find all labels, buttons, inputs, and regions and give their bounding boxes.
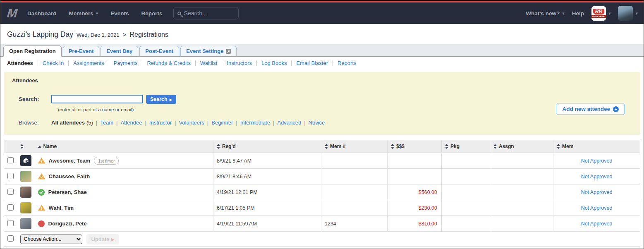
row-amount-cell bbox=[388, 153, 442, 169]
subnav-payments[interactable]: Payments bbox=[109, 60, 142, 66]
avatar[interactable] bbox=[20, 218, 31, 229]
row-checkbox[interactable] bbox=[7, 173, 14, 179]
denied-status-icon bbox=[38, 220, 45, 227]
header-money[interactable]: $$$ bbox=[388, 140, 442, 153]
subnav-log-books[interactable]: Log Books bbox=[256, 60, 291, 66]
global-search bbox=[173, 7, 239, 19]
add-new-attendee-button[interactable]: Add new attendee+ bbox=[556, 103, 625, 115]
subnav-reports[interactable]: Reports bbox=[333, 60, 361, 66]
name-wrap: Doriguzzi, Pete bbox=[38, 220, 210, 227]
browse-filter-novice[interactable]: Novice bbox=[309, 120, 325, 126]
row-name-cell: ?Awesome, Team1st timer bbox=[35, 153, 213, 169]
subnav-waitlist[interactable]: Waitlist bbox=[195, 60, 222, 66]
sort-icon bbox=[493, 144, 497, 149]
tab-post-event[interactable]: Post-Event bbox=[139, 46, 179, 57]
header-mem-num[interactable]: Mem # bbox=[321, 140, 388, 153]
attendee-count: (5) bbox=[86, 120, 93, 126]
subnav-instructors[interactable]: Instructors bbox=[222, 60, 256, 66]
avatar[interactable] bbox=[20, 171, 31, 182]
browse-filter-advanced[interactable]: Advanced bbox=[277, 120, 301, 126]
nav-item-members[interactable]: Members▾ bbox=[69, 10, 98, 17]
subnav-attendees[interactable]: Attendees bbox=[6, 60, 38, 66]
search-button-label: Search bbox=[150, 96, 168, 102]
select-all-checkbox[interactable] bbox=[7, 235, 14, 242]
browse-filter-attendee[interactable]: Attendee bbox=[120, 120, 142, 126]
row-checkbox[interactable] bbox=[7, 220, 14, 226]
tab-event-settings[interactable]: Event Settings↗ bbox=[180, 46, 237, 57]
row-mem-cell: Not Approved bbox=[553, 184, 640, 200]
attendee-name[interactable]: Doriguzzi, Pete bbox=[48, 220, 87, 227]
update-button[interactable]: Update▸ bbox=[86, 234, 120, 244]
first-timer-badge: 1st timer bbox=[94, 157, 119, 165]
header-assgn[interactable]: Assgn bbox=[490, 140, 553, 153]
user-avatar[interactable] bbox=[618, 6, 633, 21]
nav-item-dashboard[interactable]: Dashboard bbox=[27, 10, 57, 17]
subnav-assignments[interactable]: Assignments bbox=[68, 60, 108, 66]
row-checkbox[interactable] bbox=[7, 189, 14, 195]
help-link[interactable]: Help bbox=[572, 10, 584, 17]
header-pkg[interactable]: Pkg bbox=[442, 140, 490, 153]
attendee-name[interactable]: Chaussee, Faith bbox=[49, 173, 90, 180]
warning-status-icon: ? bbox=[38, 158, 45, 164]
header-name[interactable]: Name bbox=[35, 140, 213, 153]
helmet-icon bbox=[22, 157, 30, 165]
approval-status-link[interactable]: Not Approved bbox=[581, 205, 613, 211]
header-mem-label: Mem bbox=[562, 144, 573, 149]
header-mem[interactable]: Mem bbox=[553, 140, 640, 153]
search-button[interactable]: Search▸ bbox=[146, 95, 176, 104]
user-menu[interactable]: ▾ bbox=[618, 6, 638, 21]
row-name-cell: ?Chaussee, Faith bbox=[35, 169, 213, 184]
global-search-input[interactable] bbox=[184, 10, 235, 17]
arrow-right-icon: ▸ bbox=[170, 96, 172, 103]
attendee-row: ?Awesome, Team1st timer8/9/21 8:47 AMNot… bbox=[4, 153, 640, 169]
subnav-email-blaster[interactable]: Email Blaster bbox=[291, 60, 333, 66]
bulk-action-select[interactable]: Choose Action... bbox=[20, 235, 82, 244]
org-menu[interactable]: RR ROGUE RACING ▾ bbox=[591, 6, 611, 21]
header-regd[interactable]: Reg'd bbox=[213, 140, 321, 153]
avatar[interactable] bbox=[20, 187, 31, 198]
browse-filter-all[interactable]: All attendees bbox=[51, 120, 85, 126]
browse-filter-team[interactable]: Team bbox=[100, 120, 113, 126]
attendee-name[interactable]: Awesome, Team bbox=[49, 158, 91, 164]
name-wrap: ?Wahl, Tim bbox=[38, 205, 210, 211]
approval-status-link[interactable]: Not Approved bbox=[581, 189, 613, 195]
event-title[interactable]: Guzzi's Lapping Day bbox=[7, 30, 73, 39]
attendee-name[interactable]: Wahl, Tim bbox=[49, 205, 74, 211]
whats-new-menu[interactable]: What's new?▾ bbox=[526, 10, 565, 17]
bulk-select-cell bbox=[4, 232, 17, 247]
avatar[interactable] bbox=[20, 202, 31, 213]
row-checkbox[interactable] bbox=[7, 204, 14, 211]
row-amount-cell bbox=[388, 169, 442, 184]
header-avatar-sort[interactable] bbox=[17, 140, 35, 153]
row-select-cell bbox=[4, 216, 17, 232]
tab-event-day[interactable]: Event Day bbox=[101, 46, 138, 57]
nav-item-label: Events bbox=[110, 10, 129, 17]
subnav-check-in[interactable]: Check In bbox=[38, 60, 68, 66]
nav-item-reports[interactable]: Reports bbox=[141, 10, 163, 17]
approval-status-link[interactable]: Not Approved bbox=[581, 158, 613, 164]
browse-filter-beginner[interactable]: Beginner bbox=[211, 120, 233, 126]
approval-status-link[interactable]: Not Approved bbox=[581, 174, 613, 180]
avatar[interactable] bbox=[20, 155, 31, 166]
attendees-search-panel: Attendees Search: Search▸ (enter all or … bbox=[4, 72, 640, 135]
warning-icon: ? bbox=[38, 205, 45, 211]
row-avatar-cell bbox=[17, 153, 35, 169]
nav-item-events[interactable]: Events bbox=[110, 10, 129, 17]
org-logo[interactable]: RR ROGUE RACING bbox=[591, 6, 606, 21]
tab-pre-event[interactable]: Pre-Event bbox=[63, 46, 100, 57]
app-logo[interactable]: M bbox=[6, 6, 17, 20]
browse-filter-volunteers[interactable]: Volunteers bbox=[179, 120, 204, 126]
attendee-name[interactable]: Petersen, Shae bbox=[48, 189, 87, 195]
tab-open-registration[interactable]: Open Registration bbox=[3, 45, 62, 57]
row-mem-num-cell bbox=[321, 153, 388, 169]
pipe-separator: | bbox=[207, 120, 208, 126]
subnav-refunds-credits[interactable]: Refunds & Credits bbox=[142, 60, 195, 66]
row-assgn-cell bbox=[490, 216, 553, 232]
row-checkbox[interactable] bbox=[7, 157, 14, 163]
pipe-separator: | bbox=[304, 120, 305, 126]
main-nav: DashboardMembers▾EventsReports bbox=[27, 10, 163, 17]
browse-filter-intermediate[interactable]: Intermediate bbox=[240, 120, 270, 126]
approval-status-link[interactable]: Not Approved bbox=[581, 221, 613, 227]
browse-filter-instructor[interactable]: Instructor bbox=[149, 120, 172, 126]
attendee-search-input[interactable] bbox=[51, 95, 143, 103]
